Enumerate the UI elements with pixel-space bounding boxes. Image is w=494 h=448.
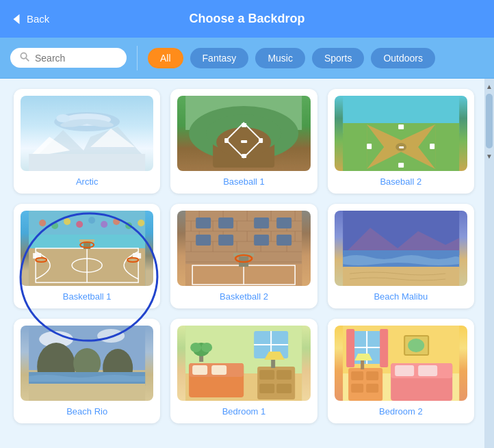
- svg-rect-19: [259, 138, 263, 143]
- scroll-up-arrow[interactable]: ▲: [485, 80, 493, 92]
- svg-rect-148: [351, 384, 363, 393]
- svg-rect-88: [254, 218, 269, 228]
- card-image: [21, 326, 153, 401]
- scroll-down-arrow[interactable]: ▼: [485, 150, 493, 162]
- card-label: Arctic: [76, 176, 99, 187]
- card-label: Basketball 2: [220, 291, 268, 302]
- bedroom2-illustration: [335, 326, 467, 401]
- svg-rect-150: [361, 360, 364, 369]
- svg-rect-123: [259, 370, 274, 380]
- card-image: [21, 96, 153, 171]
- svg-rect-143: [395, 365, 414, 376]
- filter-sports-button[interactable]: Sports: [312, 48, 364, 68]
- svg-rect-139: [346, 329, 354, 367]
- header: Back Choose a Backdrop: [0, 0, 494, 38]
- svg-rect-111: [29, 384, 145, 401]
- back-arrow-icon: [10, 13, 23, 25]
- search-icon: [20, 52, 29, 64]
- list-item[interactable]: Basketball 1: [14, 204, 160, 308]
- svg-rect-144: [418, 365, 437, 376]
- list-item[interactable]: Bedroom 2: [328, 319, 474, 423]
- search-container: [10, 48, 127, 68]
- svg-rect-92: [254, 235, 269, 246]
- svg-point-50: [76, 221, 83, 228]
- svg-point-53: [113, 218, 120, 225]
- svg-rect-146: [351, 371, 363, 380]
- baseball1-illustration: [177, 96, 310, 171]
- svg-point-51: [88, 217, 95, 224]
- filter-outdoors-button[interactable]: Outdoors: [371, 48, 435, 68]
- card-label: Bedroom 2: [379, 406, 423, 417]
- page-title: Choose a Backdrop: [189, 12, 304, 26]
- svg-rect-35: [399, 146, 404, 148]
- svg-rect-147: [366, 371, 378, 380]
- list-item[interactable]: Basketball 2: [170, 204, 317, 308]
- card-label: Baseball 1: [223, 176, 265, 187]
- backdrop-grid: Arctic: [14, 89, 474, 423]
- list-item[interactable]: Beach Malibu: [328, 204, 474, 308]
- svg-point-48: [51, 222, 58, 229]
- svg-rect-126: [276, 384, 291, 393]
- list-item[interactable]: Arctic: [14, 89, 160, 194]
- card-image: [335, 96, 467, 171]
- svg-point-7: [56, 114, 70, 122]
- arctic-illustration: [21, 96, 153, 171]
- card-image: [335, 211, 467, 286]
- svg-rect-18: [242, 123, 246, 127]
- svg-point-49: [64, 218, 70, 225]
- scrollbar[interactable]: ▲ ▼: [484, 79, 494, 448]
- list-item[interactable]: Beach Rio: [14, 319, 160, 423]
- filter-fantasy-button[interactable]: Fantasy: [190, 48, 249, 68]
- svg-rect-93: [276, 235, 291, 246]
- filter-bar: All Fantasy Music Sports Outdoors: [0, 38, 494, 79]
- main-area: Arctic: [0, 79, 494, 448]
- svg-rect-30: [398, 124, 404, 129]
- card-label: Bedroom 1: [222, 406, 266, 417]
- search-input[interactable]: [35, 53, 110, 64]
- beach-rio-illustration: [21, 326, 153, 401]
- svg-rect-21: [242, 154, 246, 158]
- svg-rect-33: [398, 163, 404, 168]
- baseball2-illustration: [335, 96, 467, 171]
- basketball2-illustration: [177, 211, 310, 286]
- svg-point-54: [125, 222, 132, 229]
- content-area[interactable]: Arctic: [0, 79, 484, 448]
- svg-rect-22: [241, 140, 247, 143]
- back-button[interactable]: Back: [10, 13, 49, 25]
- svg-rect-91: [218, 235, 233, 246]
- svg-rect-124: [276, 370, 291, 380]
- bedroom1-illustration: [177, 326, 310, 401]
- svg-point-106: [97, 329, 125, 343]
- card-label: Basketball 1: [63, 291, 112, 302]
- svg-rect-125: [259, 384, 274, 393]
- svg-rect-121: [211, 365, 226, 375]
- svg-rect-127: [271, 358, 275, 368]
- card-label: Baseball 2: [380, 176, 421, 187]
- svg-rect-120: [192, 365, 207, 375]
- svg-point-131: [190, 343, 201, 352]
- svg-point-47: [39, 220, 46, 226]
- svg-rect-90: [196, 235, 211, 246]
- svg-rect-31: [430, 144, 434, 149]
- card-label: Beach Rio: [66, 406, 107, 417]
- svg-rect-103: [343, 267, 459, 286]
- list-item[interactable]: Baseball 1: [170, 89, 317, 194]
- back-label: Back: [27, 13, 49, 25]
- card-image: [177, 211, 310, 286]
- list-item[interactable]: Bedroom 1: [170, 319, 317, 423]
- card-image: [177, 96, 310, 171]
- card-label: Beach Malibu: [374, 291, 428, 302]
- basketball1-illustration: [21, 211, 153, 286]
- beach-malibu-illustration: [335, 211, 467, 286]
- svg-rect-32: [367, 144, 372, 149]
- svg-line-2: [26, 58, 29, 61]
- filter-divider: [137, 46, 138, 70]
- filter-music-button[interactable]: Music: [255, 48, 305, 68]
- svg-rect-86: [196, 218, 211, 228]
- list-item[interactable]: Baseball 2: [328, 89, 474, 194]
- filter-all-button[interactable]: All: [148, 48, 183, 68]
- svg-point-52: [101, 221, 107, 228]
- svg-point-153: [408, 339, 424, 352]
- svg-rect-20: [224, 138, 229, 143]
- scroll-thumb[interactable]: [486, 94, 493, 148]
